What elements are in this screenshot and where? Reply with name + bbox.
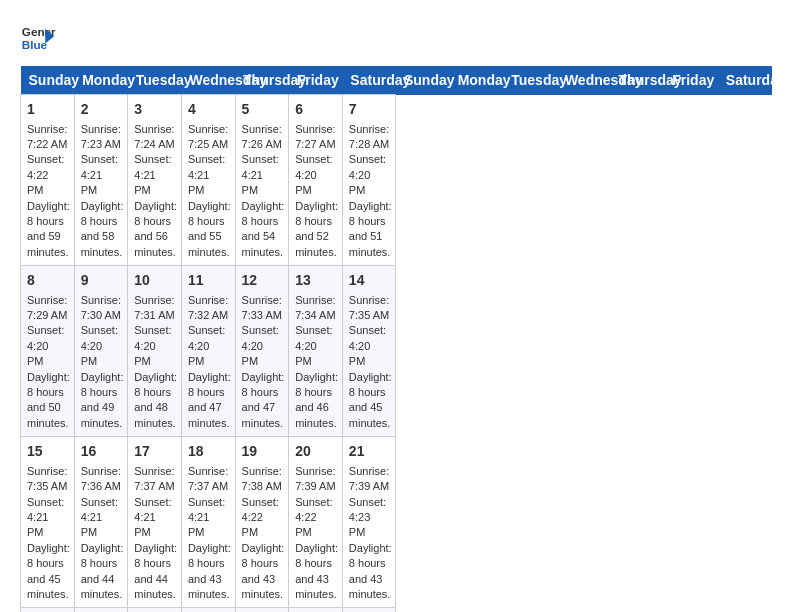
sunset: Sunset: 4:21 PM [188, 496, 225, 539]
sunrise: Sunrise: 7:38 AM [242, 465, 282, 492]
calendar-cell: 14Sunrise: 7:35 AMSunset: 4:20 PMDayligh… [342, 266, 396, 437]
sunset: Sunset: 4:20 PM [81, 324, 118, 367]
sunrise: Sunrise: 7:26 AM [242, 123, 282, 150]
daylight: Daylight: 8 hours and 45 minutes. [349, 371, 392, 429]
calendar-cell: 27Sunrise: 7:41 AMSunset: 4:26 PMDayligh… [289, 608, 343, 612]
calendar-cell: 5Sunrise: 7:26 AMSunset: 4:21 PMDaylight… [235, 95, 289, 266]
calendar-cell: 22Sunrise: 7:40 AMSunset: 4:23 PMDayligh… [21, 608, 75, 612]
day-header-monday: Monday [450, 66, 504, 95]
sunset: Sunset: 4:23 PM [349, 496, 386, 539]
daylight: Daylight: 8 hours and 52 minutes. [295, 200, 338, 258]
sunrise: Sunrise: 7:39 AM [349, 465, 389, 492]
day-header-wednesday: Wednesday [181, 66, 235, 95]
daylight: Daylight: 8 hours and 56 minutes. [134, 200, 177, 258]
daylight: Daylight: 8 hours and 50 minutes. [27, 371, 70, 429]
sunset: Sunset: 4:21 PM [81, 496, 118, 539]
calendar-cell: 21Sunrise: 7:39 AMSunset: 4:23 PMDayligh… [342, 437, 396, 608]
sunrise: Sunrise: 7:33 AM [242, 294, 282, 321]
sunset: Sunset: 4:21 PM [134, 496, 171, 539]
sunrise: Sunrise: 7:25 AM [188, 123, 228, 150]
daylight: Daylight: 8 hours and 59 minutes. [27, 200, 70, 258]
day-number: 1 [27, 100, 68, 120]
daylight: Daylight: 8 hours and 58 minutes. [81, 200, 124, 258]
calendar-cell: 6Sunrise: 7:27 AMSunset: 4:20 PMDaylight… [289, 95, 343, 266]
calendar-cell: 3Sunrise: 7:24 AMSunset: 4:21 PMDaylight… [128, 95, 182, 266]
day-header-sunday: Sunday [396, 66, 450, 95]
logo: General Blue [20, 20, 56, 56]
sunrise: Sunrise: 7:22 AM [27, 123, 67, 150]
day-number: 20 [295, 442, 336, 462]
sunset: Sunset: 4:20 PM [27, 324, 64, 367]
calendar-week-4: 22Sunrise: 7:40 AMSunset: 4:23 PMDayligh… [21, 608, 772, 612]
day-number: 9 [81, 271, 122, 291]
sunrise: Sunrise: 7:35 AM [349, 294, 389, 321]
calendar-cell: 16Sunrise: 7:36 AMSunset: 4:21 PMDayligh… [74, 437, 128, 608]
calendar-cell: 18Sunrise: 7:37 AMSunset: 4:21 PMDayligh… [181, 437, 235, 608]
sunset: Sunset: 4:20 PM [295, 324, 332, 367]
daylight: Daylight: 8 hours and 55 minutes. [188, 200, 231, 258]
daylight: Daylight: 8 hours and 49 minutes. [81, 371, 124, 429]
sunrise: Sunrise: 7:35 AM [27, 465, 67, 492]
calendar-week-2: 8Sunrise: 7:29 AMSunset: 4:20 PMDaylight… [21, 266, 772, 437]
sunrise: Sunrise: 7:28 AM [349, 123, 389, 150]
calendar-cell: 10Sunrise: 7:31 AMSunset: 4:20 PMDayligh… [128, 266, 182, 437]
daylight: Daylight: 8 hours and 45 minutes. [27, 542, 70, 600]
calendar-table: SundayMondayTuesdayWednesdayThursdayFrid… [20, 66, 772, 612]
logo-icon: General Blue [20, 20, 56, 56]
calendar-cell: 1Sunrise: 7:22 AMSunset: 4:22 PMDaylight… [21, 95, 75, 266]
day-number: 7 [349, 100, 390, 120]
daylight: Daylight: 8 hours and 43 minutes. [349, 542, 392, 600]
calendar-cell: 4Sunrise: 7:25 AMSunset: 4:21 PMDaylight… [181, 95, 235, 266]
day-number: 6 [295, 100, 336, 120]
calendar-cell: 24Sunrise: 7:41 AMSunset: 4:24 PMDayligh… [128, 608, 182, 612]
calendar-cell: 13Sunrise: 7:34 AMSunset: 4:20 PMDayligh… [289, 266, 343, 437]
sunset: Sunset: 4:20 PM [134, 324, 171, 367]
day-number: 15 [27, 442, 68, 462]
sunrise: Sunrise: 7:37 AM [188, 465, 228, 492]
daylight: Daylight: 8 hours and 44 minutes. [134, 542, 177, 600]
day-header-saturday: Saturday [718, 66, 772, 95]
day-number: 18 [188, 442, 229, 462]
calendar-header-row: SundayMondayTuesdayWednesdayThursdayFrid… [21, 66, 772, 95]
calendar-cell: 9Sunrise: 7:30 AMSunset: 4:20 PMDaylight… [74, 266, 128, 437]
calendar-cell: 26Sunrise: 7:41 AMSunset: 4:26 PMDayligh… [235, 608, 289, 612]
calendar-cell: 28Sunrise: 7:42 AMSunset: 4:27 PMDayligh… [342, 608, 396, 612]
calendar-cell: 23Sunrise: 7:40 AMSunset: 4:24 PMDayligh… [74, 608, 128, 612]
day-header-saturday: Saturday [342, 66, 396, 95]
sunset: Sunset: 4:20 PM [295, 153, 332, 196]
sunrise: Sunrise: 7:37 AM [134, 465, 174, 492]
day-number: 21 [349, 442, 390, 462]
day-number: 8 [27, 271, 68, 291]
sunset: Sunset: 4:22 PM [295, 496, 332, 539]
day-header-friday: Friday [664, 66, 718, 95]
calendar-cell: 17Sunrise: 7:37 AMSunset: 4:21 PMDayligh… [128, 437, 182, 608]
day-number: 10 [134, 271, 175, 291]
daylight: Daylight: 8 hours and 47 minutes. [242, 371, 285, 429]
daylight: Daylight: 8 hours and 44 minutes. [81, 542, 124, 600]
day-header-friday: Friday [289, 66, 343, 95]
calendar-cell: 19Sunrise: 7:38 AMSunset: 4:22 PMDayligh… [235, 437, 289, 608]
calendar-cell: 25Sunrise: 7:41 AMSunset: 4:25 PMDayligh… [181, 608, 235, 612]
daylight: Daylight: 8 hours and 54 minutes. [242, 200, 285, 258]
sunrise: Sunrise: 7:27 AM [295, 123, 335, 150]
sunset: Sunset: 4:21 PM [134, 153, 171, 196]
sunrise: Sunrise: 7:24 AM [134, 123, 174, 150]
sunrise: Sunrise: 7:34 AM [295, 294, 335, 321]
sunrise: Sunrise: 7:30 AM [81, 294, 121, 321]
sunrise: Sunrise: 7:23 AM [81, 123, 121, 150]
day-number: 19 [242, 442, 283, 462]
daylight: Daylight: 8 hours and 43 minutes. [295, 542, 338, 600]
calendar-cell: 11Sunrise: 7:32 AMSunset: 4:20 PMDayligh… [181, 266, 235, 437]
calendar-week-1: 1Sunrise: 7:22 AMSunset: 4:22 PMDaylight… [21, 95, 772, 266]
day-number: 2 [81, 100, 122, 120]
sunrise: Sunrise: 7:39 AM [295, 465, 335, 492]
day-header-tuesday: Tuesday [503, 66, 557, 95]
daylight: Daylight: 8 hours and 46 minutes. [295, 371, 338, 429]
sunrise: Sunrise: 7:36 AM [81, 465, 121, 492]
daylight: Daylight: 8 hours and 43 minutes. [242, 542, 285, 600]
day-number: 12 [242, 271, 283, 291]
calendar-week-3: 15Sunrise: 7:35 AMSunset: 4:21 PMDayligh… [21, 437, 772, 608]
page-header: General Blue [20, 20, 772, 56]
day-header-tuesday: Tuesday [128, 66, 182, 95]
sunrise: Sunrise: 7:29 AM [27, 294, 67, 321]
